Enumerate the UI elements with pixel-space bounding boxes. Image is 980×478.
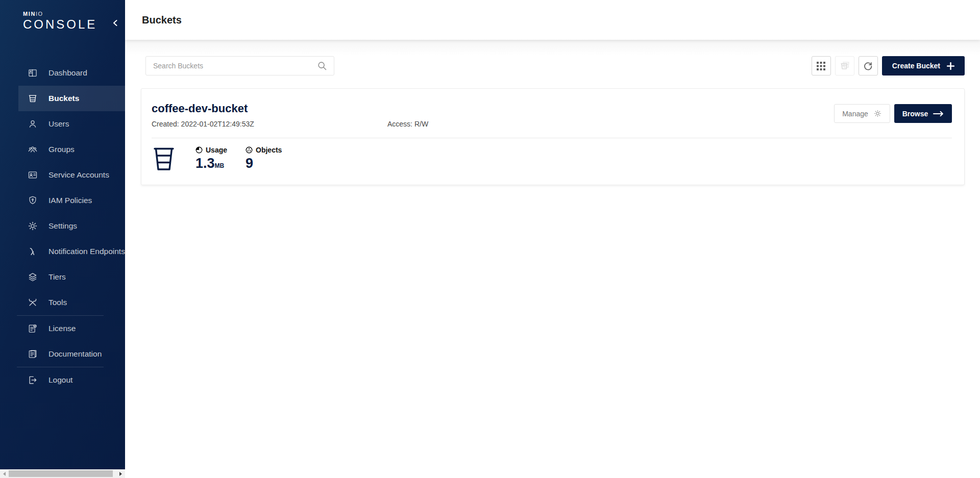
bucket-created: Created: 2022-01-02T12:49:53Z [152, 120, 387, 128]
sidebar: MINIO CONSOLE Dashboard Buckets [0, 0, 125, 478]
horizontal-scrollbar [0, 469, 125, 478]
main-area: Buckets [125, 0, 980, 478]
grid-view-button[interactable] [812, 56, 831, 76]
sidebar-item-label: IAM Policies [48, 196, 92, 205]
sidebar-item-label: Users [48, 119, 69, 129]
usage-value: 1.3MB [195, 157, 227, 170]
sidebar-item-label: Logout [48, 375, 72, 385]
minio-console-logo: MINIO CONSOLE [23, 11, 97, 31]
manage-label: Manage [842, 110, 868, 118]
manage-button[interactable]: Manage [834, 104, 890, 123]
bucket-card-buttons: Manage Browse [834, 104, 952, 123]
usage-unit: MB [215, 162, 225, 169]
create-bucket-label: Create Bucket [892, 62, 940, 70]
sidebar-item-service-accounts[interactable]: Service Accounts [18, 162, 125, 188]
access-value: R/W [414, 120, 428, 128]
sidebar-item-label: Buckets [48, 94, 79, 103]
layers-icon [28, 272, 38, 282]
scrollbar-left-arrow[interactable] [0, 469, 9, 478]
browse-button[interactable]: Browse [894, 104, 952, 123]
sidebar-item-documentation[interactable]: Documentation [18, 341, 125, 367]
sidebar-item-users[interactable]: Users [18, 111, 125, 137]
sidebar-item-license[interactable]: License [18, 316, 125, 341]
bucket-card: coffee-dev-bucket Created: 2022-01-02T12… [141, 88, 965, 185]
refresh-button[interactable] [859, 56, 878, 76]
brand-console: CONSOLE [23, 18, 97, 31]
objects-label-row: Objects [246, 146, 282, 154]
arrow-right-icon [933, 111, 944, 117]
usage-label-row: Usage [195, 146, 227, 154]
search-icon [316, 60, 328, 71]
sidebar-item-logout[interactable]: Logout [18, 367, 125, 393]
created-label: Created: [152, 120, 179, 128]
bucket-access: Access: R/W [387, 120, 428, 128]
sidebar-item-label: Dashboard [48, 68, 87, 78]
license-icon [28, 323, 38, 334]
tools-icon [28, 297, 38, 308]
objects-metric: Objects 9 [246, 146, 282, 170]
create-bucket-button[interactable]: Create Bucket [882, 56, 965, 76]
sidebar-item-iam-policies[interactable]: IAM Policies [18, 188, 125, 213]
sidebar-item-label: Documentation [48, 349, 102, 359]
documentation-icon [28, 349, 38, 359]
refresh-icon [863, 61, 873, 71]
brand-minio: MINIO [23, 11, 97, 17]
sidebar-item-label: Service Accounts [48, 170, 109, 180]
scrollbar-thumb[interactable] [9, 470, 113, 477]
buckets-list-icon [839, 60, 850, 71]
sidebar-collapse-button[interactable] [112, 19, 118, 27]
objects-label: Objects [256, 146, 282, 154]
brand-minio-light: IO [36, 11, 43, 17]
access-label: Access: [387, 120, 412, 128]
lambda-icon [28, 246, 38, 257]
usage-pie-icon [195, 146, 203, 154]
sidebar-content: MINIO CONSOLE Dashboard Buckets [0, 0, 125, 469]
triangle-right-icon [119, 472, 122, 476]
sidebar-item-buckets[interactable]: Buckets [18, 86, 125, 111]
list-view-button[interactable] [835, 56, 854, 76]
sidebar-item-groups[interactable]: Groups [18, 137, 125, 162]
usage-label: Usage [206, 146, 227, 154]
sidebar-item-settings[interactable]: Settings [18, 213, 125, 239]
scrollbar-right-arrow[interactable] [116, 469, 125, 478]
shield-icon [28, 195, 38, 206]
brand-minio-bold: MIN [23, 11, 36, 17]
bucket-metrics: Usage 1.3MB Objects 9 [152, 146, 952, 171]
objects-icon [246, 146, 253, 154]
sidebar-item-dashboard[interactable]: Dashboard [18, 60, 125, 86]
page-title: Buckets [142, 14, 182, 26]
browse-label: Browse [902, 110, 928, 118]
dashboard-icon [28, 68, 38, 78]
bucket-meta-row: Created: 2022-01-02T12:49:53Z Access: R/… [152, 120, 952, 128]
chevron-left-icon [112, 19, 118, 27]
sidebar-item-label: Tiers [48, 272, 66, 282]
sidebar-item-notification-endpoints[interactable]: Notification Endpoints [18, 239, 125, 264]
bucket-icon [152, 146, 176, 171]
grid-view-icon [816, 61, 826, 71]
search-box [145, 56, 334, 76]
user-icon [28, 119, 38, 129]
gear-icon [873, 109, 882, 118]
logo-row: MINIO CONSOLE [0, 0, 125, 31]
created-value: 2022-01-02T12:49:53Z [181, 120, 254, 128]
card-divider [152, 138, 952, 138]
sidebar-item-tiers[interactable]: Tiers [18, 264, 125, 290]
gear-icon [28, 221, 38, 231]
plus-icon [947, 62, 954, 70]
bucket-name: coffee-dev-bucket [152, 102, 952, 115]
sidebar-item-label: Settings [48, 221, 77, 231]
sidebar-item-tools[interactable]: Tools [18, 290, 125, 315]
id-card-icon [28, 170, 38, 180]
groups-icon [28, 144, 38, 155]
sidebar-item-label: License [48, 324, 76, 333]
objects-number: 9 [246, 156, 253, 171]
bucket-icon [28, 93, 38, 104]
triangle-left-icon [3, 472, 6, 476]
sidebar-item-label: Groups [48, 145, 75, 154]
actions-row: Create Bucket [141, 56, 965, 76]
objects-value: 9 [246, 157, 282, 170]
content-area: Create Bucket coffee-dev-bucket Created:… [125, 40, 980, 478]
usage-number: 1.3 [195, 156, 215, 171]
logout-icon [28, 375, 38, 385]
search-input[interactable] [153, 62, 316, 70]
